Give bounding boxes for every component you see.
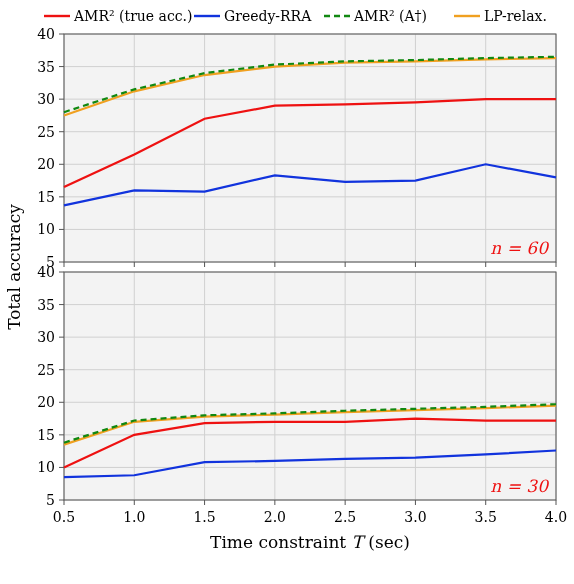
svg-text:2.5: 2.5 — [334, 509, 356, 525]
svg-rect-0 — [64, 34, 556, 262]
x-axis-label: Time constraint T (sec) — [210, 532, 410, 552]
svg-text:35: 35 — [37, 297, 55, 313]
svg-text:25: 25 — [37, 362, 55, 378]
svg-text:1.0: 1.0 — [123, 509, 145, 525]
svg-text:1.5: 1.5 — [193, 509, 215, 525]
svg-text:15: 15 — [37, 189, 55, 205]
svg-text:10: 10 — [37, 221, 55, 237]
panel-annotation: n = 60 — [490, 238, 549, 258]
svg-rect-42 — [64, 272, 556, 500]
svg-text:5: 5 — [46, 492, 55, 508]
svg-text:20: 20 — [37, 156, 55, 172]
legend-label: Greedy-RRA — [224, 8, 312, 24]
y-axis-label: Total accuracy — [4, 204, 24, 330]
chart-panel-1: 5101520253035400.51.01.52.02.53.03.54.0n… — [37, 264, 567, 525]
svg-text:10: 10 — [37, 459, 55, 475]
chart-panel-0: 510152025303540n = 60 — [37, 26, 556, 270]
legend-label: LP-relax. — [484, 8, 547, 24]
svg-text:30: 30 — [37, 329, 55, 345]
legend-label: AMR² (true acc.) — [73, 8, 193, 24]
svg-text:4.0: 4.0 — [545, 509, 567, 525]
svg-text:20: 20 — [37, 394, 55, 410]
svg-text:30: 30 — [37, 91, 55, 107]
svg-text:3.5: 3.5 — [475, 509, 497, 525]
svg-text:2.0: 2.0 — [264, 509, 286, 525]
svg-text:25: 25 — [37, 124, 55, 140]
svg-text:35: 35 — [37, 59, 55, 75]
svg-text:40: 40 — [37, 264, 55, 280]
svg-text:3.0: 3.0 — [404, 509, 426, 525]
svg-text:40: 40 — [37, 26, 55, 42]
svg-text:15: 15 — [37, 427, 55, 443]
chart-figure: 510152025303540n = 605101520253035400.51… — [0, 0, 574, 584]
svg-text:0.5: 0.5 — [53, 509, 75, 525]
legend: AMR² (true acc.)Greedy-RRAAMR² (A†)LP-re… — [44, 8, 547, 24]
legend-label: AMR² (A†) — [353, 8, 427, 24]
panel-annotation: n = 30 — [490, 476, 549, 496]
